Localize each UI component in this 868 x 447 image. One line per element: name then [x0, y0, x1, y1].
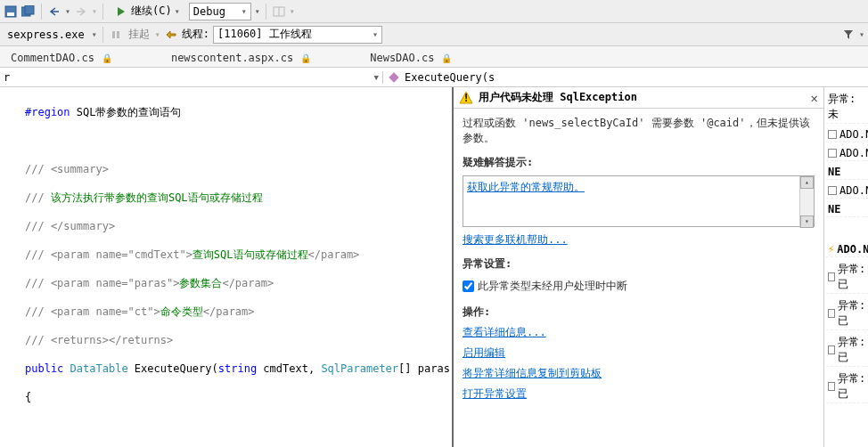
bolt-icon: ⚡: [828, 243, 834, 256]
popup-titlebar: ! 用户代码未处理 SqlException ✕: [454, 87, 823, 109]
scroll-down-icon[interactable]: ▾: [800, 215, 814, 228]
list-item[interactable]: ADO.N: [826, 183, 868, 199]
redo-icon[interactable]: [74, 4, 88, 19]
tab-commentdao[interactable]: CommentDAO.cs🔒: [4, 49, 119, 67]
list-item[interactable]: 异常: 已: [826, 370, 868, 403]
list-item[interactable]: 异常: 已: [826, 261, 868, 294]
plus-icon: [828, 186, 837, 195]
warning-icon: !: [459, 91, 473, 105]
list-item[interactable]: NE: [826, 202, 868, 217]
plus-icon: [828, 382, 835, 391]
list-item[interactable]: ADO.N: [826, 146, 868, 161]
list-item[interactable]: 异常: 已: [826, 334, 868, 367]
debug-toolbar: sexpress.exe ▾ 挂起 ▾ 线程: [11060] 工作线程 ▾ ▾: [0, 23, 868, 46]
svg-rect-6: [112, 31, 115, 38]
code-editor[interactable]: #region SQL带参数的查询语句 /// <summary> /// 该方…: [0, 87, 452, 447]
tab-newscontent[interactable]: newscontent.aspx.cs🔒: [164, 49, 318, 67]
plus-icon: [828, 130, 837, 139]
method-crumb[interactable]: ExecuteQuery(s: [405, 71, 495, 84]
main-toolbar: ▾ ▾ 继续(C) ▾ Debug ▾ ▾ ▾: [0, 0, 868, 23]
enable-edit-link[interactable]: 启用编辑: [463, 346, 505, 359]
popup-title: 用户代码未处理 SqlException: [479, 90, 637, 105]
save-all-icon[interactable]: [21, 4, 36, 19]
play-icon: [114, 4, 128, 19]
class-crumb[interactable]: r: [4, 71, 10, 84]
view-details-link[interactable]: 查看详细信息...: [463, 326, 546, 338]
svg-rect-7: [117, 31, 119, 38]
plus-icon: [828, 272, 835, 281]
hint-box: 获取此异常的常规帮助。 ▴ ▾: [463, 175, 815, 227]
list-item[interactable]: NE: [826, 165, 868, 180]
svg-text:!: !: [463, 92, 469, 104]
class-dropdown[interactable]: ▼: [374, 73, 379, 82]
break-checkbox[interactable]: 此异常类型未经用户处理时中断: [463, 277, 815, 296]
hint-link[interactable]: 获取此异常的常规帮助。: [467, 181, 585, 193]
thread-icon: [164, 28, 178, 42]
list-item[interactable]: 异常: 未: [826, 91, 868, 124]
method-icon: [387, 70, 401, 85]
break-checkbox-input[interactable]: [463, 280, 474, 292]
plus-icon: [828, 149, 837, 158]
config-combo[interactable]: Debug ▾: [189, 3, 251, 20]
continue-button[interactable]: 继续(C) ▾: [109, 2, 185, 20]
document-tabs: CommentDAO.cs🔒 newscontent.aspx.cs🔒 News…: [0, 46, 868, 68]
plus-icon: [828, 345, 835, 354]
pin-icon: 🔒: [102, 53, 112, 63]
filter-icon[interactable]: [841, 28, 856, 42]
pause-icon[interactable]: [109, 28, 123, 42]
thread-combo[interactable]: [11060] 工作线程 ▾: [213, 26, 382, 44]
config-dropdown[interactable]: ▾: [255, 6, 260, 16]
svg-rect-3: [25, 5, 34, 14]
close-icon[interactable]: ✕: [811, 91, 818, 105]
list-item[interactable]: 异常: 已: [826, 297, 868, 330]
undo-icon[interactable]: [47, 4, 61, 19]
svg-rect-8: [389, 72, 398, 82]
redo-dropdown[interactable]: ▾: [92, 6, 97, 16]
pin-icon: 🔒: [441, 53, 452, 63]
scrollbar[interactable]: ▴ ▾: [799, 176, 814, 228]
navigation-bar: r ▼ ExecuteQuery(s: [0, 68, 868, 87]
thread-label: 线程:: [182, 27, 209, 42]
plus-icon: [828, 309, 835, 318]
process-display: sexpress.exe: [4, 28, 88, 41]
list-item[interactable]: ADO.N: [826, 127, 868, 142]
layout-icon[interactable]: [272, 4, 286, 19]
svg-rect-1: [7, 12, 14, 16]
hint-label: 疑难解答提示:: [463, 155, 815, 170]
list-item[interactable]: ⚡ADO.N: [826, 242, 868, 257]
settings-label: 异常设置:: [463, 256, 815, 272]
diagnostic-panel: 异常: 未 ADO.N ADO.N NE ADO.N NE ⚡ADO.N 异常:…: [823, 87, 868, 447]
scroll-up-icon[interactable]: ▴: [800, 176, 814, 189]
process-dropdown[interactable]: ▾: [92, 29, 97, 39]
pin-icon: 🔒: [300, 53, 311, 63]
save-icon[interactable]: [4, 4, 18, 19]
search-online-link[interactable]: 搜索更多联机帮助...: [463, 233, 568, 246]
copy-details-link[interactable]: 将异常详细信息复制到剪贴板: [463, 367, 602, 379]
actions-label: 操作:: [463, 305, 815, 320]
suspend-label: 挂起: [127, 27, 151, 42]
exception-message: 过程或函数 'news_selectByCaId' 需要参数 '@caid'，但…: [463, 116, 815, 146]
undo-dropdown[interactable]: ▾: [65, 6, 70, 16]
exception-popup: ! 用户代码未处理 SqlException ✕ 过程或函数 'news_sel…: [452, 87, 823, 447]
open-settings-link[interactable]: 打开异常设置: [463, 387, 527, 400]
tab-newsdao[interactable]: NewsDAO.cs🔒: [363, 49, 459, 67]
continue-label: 继续(C): [131, 4, 172, 19]
